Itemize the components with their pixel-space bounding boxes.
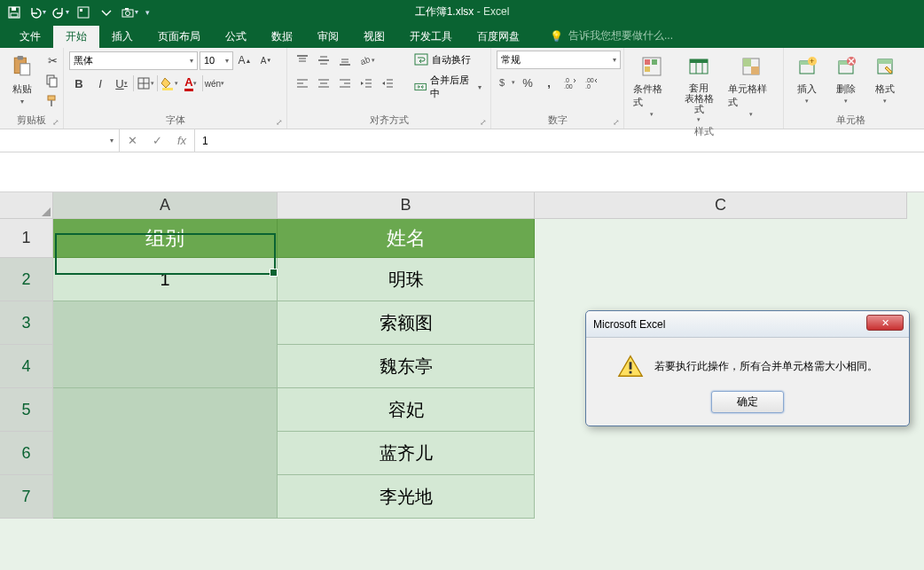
delete-cells-button[interactable]: 删除▾ [828, 51, 864, 106]
svg-rect-1 [12, 7, 16, 11]
insert-cells-button[interactable]: + 插入▾ [789, 51, 825, 106]
decrease-decimal-icon[interactable]: .00.0 [582, 73, 601, 92]
percent-format-icon[interactable]: % [518, 73, 537, 92]
align-bottom-icon[interactable] [335, 51, 355, 70]
format-as-table-button[interactable]: 套用 表格格式▾ [677, 51, 722, 125]
tab-formulas[interactable]: 公式 [213, 26, 259, 48]
cell-a3[interactable] [53, 301, 278, 345]
decrease-indent-icon[interactable] [356, 74, 376, 93]
row-header-6[interactable]: 6 [0, 432, 53, 475]
border-icon[interactable]: ▾ [136, 74, 155, 93]
cell-a4[interactable] [53, 345, 278, 388]
dialog-titlebar[interactable]: Microsoft Excel ✕ [586, 311, 909, 338]
font-name-dropdown[interactable]: 黑体▾ [69, 51, 198, 70]
tab-developer[interactable]: 开发工具 [397, 26, 465, 48]
underline-button[interactable]: U▾ [112, 74, 131, 93]
tab-view[interactable]: 视图 [351, 26, 397, 48]
cell-styles-button[interactable]: 单元格样式▾ [724, 51, 778, 120]
cell-c2[interactable] [535, 258, 907, 301]
tab-file[interactable]: 文件 [7, 26, 53, 48]
tab-baidu[interactable]: 百度网盘 [465, 26, 532, 48]
row-header-2[interactable]: 2 [0, 258, 53, 301]
increase-decimal-icon[interactable]: .0.00 [560, 73, 580, 92]
font-color-icon[interactable]: A▾ [181, 74, 200, 93]
paste-button[interactable]: 粘贴 ▾ [5, 51, 39, 107]
column-header-b[interactable]: B [278, 192, 535, 219]
cell-b5[interactable]: 容妃 [278, 388, 535, 432]
dialog-ok-button[interactable]: 确定 [711, 391, 784, 413]
format-painter-icon[interactable] [43, 91, 62, 111]
conditional-formatting-button[interactable]: 条件格式▾ [630, 51, 674, 120]
cut-icon[interactable]: ✂ [43, 51, 62, 70]
column-header-c[interactable]: C [535, 192, 907, 219]
cell-b3[interactable]: 索额图 [278, 301, 535, 345]
align-right-icon[interactable] [335, 74, 355, 93]
camera-icon[interactable]: ▾ [119, 3, 140, 22]
clipboard-launcher-icon[interactable]: ⤢ [52, 118, 59, 127]
alignment-launcher-icon[interactable]: ⤢ [480, 118, 487, 127]
name-box-dropdown-icon[interactable]: ▾ [110, 137, 114, 144]
select-all-corner[interactable] [0, 192, 53, 219]
copy-icon[interactable] [43, 71, 62, 90]
comma-format-icon[interactable]: , [539, 73, 559, 92]
cell-b6[interactable]: 蓝齐儿 [278, 432, 535, 475]
fill-color-icon[interactable]: ▾ [160, 74, 179, 93]
qat-customize-icon[interactable]: ▾ [142, 3, 153, 22]
align-middle-icon[interactable] [314, 51, 333, 70]
increase-indent-icon[interactable] [378, 74, 397, 93]
redo-icon[interactable]: ▾ [50, 3, 71, 22]
align-left-icon[interactable] [293, 74, 312, 93]
row-header-3[interactable]: 3 [0, 301, 53, 345]
wrap-text-button[interactable]: 自动换行 [411, 51, 485, 68]
decrease-font-icon[interactable]: A▼ [256, 51, 276, 70]
undo-icon[interactable]: ▾ [27, 3, 48, 22]
tab-review[interactable]: 审阅 [305, 26, 351, 48]
tab-insert[interactable]: 插入 [99, 26, 145, 48]
increase-font-icon[interactable]: A▲ [235, 51, 254, 70]
cell-b4[interactable]: 魏东亭 [278, 345, 535, 388]
save-icon[interactable] [4, 3, 25, 22]
cell-b2[interactable]: 明珠 [278, 258, 535, 301]
bold-button[interactable]: B [69, 74, 89, 93]
qat-item-icon[interactable] [73, 3, 94, 22]
cell-a5[interactable] [53, 388, 278, 432]
cell-a2[interactable]: 1 [53, 258, 278, 301]
tab-page-layout[interactable]: 页面布局 [145, 26, 213, 48]
formula-input[interactable]: 1 [195, 129, 924, 152]
cell-c6[interactable] [535, 432, 907, 475]
row-header-1[interactable]: 1 [0, 219, 53, 258]
dialog-close-button[interactable]: ✕ [866, 315, 904, 331]
font-launcher-icon[interactable]: ⤢ [276, 118, 283, 127]
qat-down-icon[interactable] [96, 3, 117, 22]
cell-c1[interactable] [535, 219, 907, 258]
column-header-a[interactable]: A [53, 192, 278, 219]
align-top-icon[interactable] [293, 51, 312, 70]
name-box[interactable]: ▾ [0, 129, 120, 152]
phonetic-icon[interactable]: wén▾ [205, 74, 224, 93]
accept-formula-icon[interactable]: ✓ [145, 134, 169, 147]
tell-me-search[interactable]: 💡 告诉我您想要做什么... [550, 24, 673, 48]
cell-b7[interactable]: 李光地 [278, 475, 535, 519]
row-header-4[interactable]: 4 [0, 345, 53, 388]
cell-b1[interactable]: 姓名 [278, 219, 535, 258]
accounting-format-icon[interactable]: $▾ [497, 73, 516, 92]
cancel-formula-icon[interactable]: ✕ [120, 134, 145, 147]
cell-a7[interactable] [53, 475, 278, 519]
merge-center-button[interactable]: 合并后居中 ▾ [411, 72, 485, 102]
number-format-dropdown[interactable]: 常规▾ [497, 51, 621, 69]
orientation-icon[interactable]: ab▾ [356, 51, 376, 70]
cell-a6[interactable] [53, 432, 278, 475]
format-cells-button[interactable]: 格式▾ [867, 51, 903, 106]
font-size-dropdown[interactable]: 10▾ [200, 51, 233, 70]
number-launcher-icon[interactable]: ⤢ [613, 118, 620, 127]
cell-c7[interactable] [535, 475, 907, 519]
app-name: Excel [483, 5, 509, 18]
row-header-7[interactable]: 7 [0, 475, 53, 519]
row-header-5[interactable]: 5 [0, 388, 53, 432]
fx-icon[interactable]: fx [169, 134, 194, 147]
cell-a1[interactable]: 组别 [53, 219, 278, 258]
align-center-icon[interactable] [314, 74, 333, 93]
tab-home[interactable]: 开始 [53, 26, 99, 48]
italic-button[interactable]: I [90, 74, 110, 93]
tab-data[interactable]: 数据 [259, 26, 305, 48]
